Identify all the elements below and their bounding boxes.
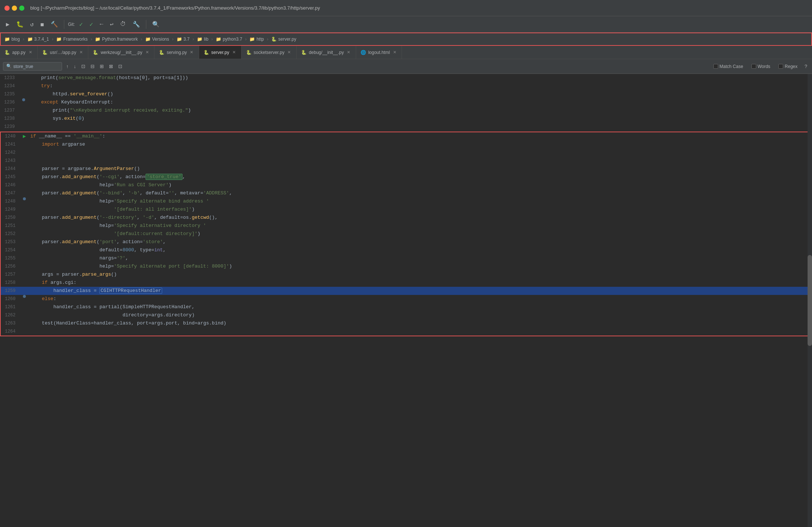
- breadcrumb-sep-2: ›: [51, 37, 54, 42]
- search-funnel-button[interactable]: ⊡: [116, 63, 124, 70]
- tab-logout-close[interactable]: ✕: [392, 50, 397, 55]
- tab-apppy-close[interactable]: ✕: [28, 50, 33, 55]
- words-label: Words: [758, 64, 770, 69]
- words-checkbox[interactable]: [751, 64, 756, 69]
- breadcrumb-root[interactable]: 📁 blog: [4, 37, 20, 42]
- gutter-1260: [20, 295, 29, 298]
- rerun-button[interactable]: ↺: [28, 19, 36, 30]
- code-line-1255: 1255 nargs='?',: [1, 254, 811, 262]
- line-content-1254: default=8000, type=int,: [29, 246, 166, 254]
- toolbar-separator-2: [146, 20, 146, 29]
- tab-socketserver[interactable]: 🐍 socketserver.py ✕: [242, 46, 297, 59]
- build-button[interactable]: 🔨: [48, 19, 60, 30]
- tab-debug-init-close[interactable]: ✕: [346, 50, 351, 55]
- traffic-lights[interactable]: [4, 6, 24, 11]
- tools-icon[interactable]: 🔧: [130, 19, 142, 30]
- tab-server[interactable]: 🐍 server.py ✕: [199, 46, 242, 59]
- breadcrumb-serverpy[interactable]: 🐍 server.py: [271, 37, 296, 42]
- tab-logout[interactable]: 🌐 logout.html ✕: [356, 46, 402, 59]
- git-arrow-left-icon[interactable]: ←: [98, 20, 106, 29]
- breadcrumb-37[interactable]: 📁 3.7: [177, 37, 190, 42]
- search-toolbar-icon[interactable]: 🔍: [150, 19, 162, 30]
- breadcrumb-http-label[interactable]: http: [256, 37, 264, 42]
- match-case-option[interactable]: Match Case: [710, 63, 746, 70]
- line-num-1242: 1242: [1, 149, 20, 157]
- breadcrumb-frameworks[interactable]: 📁 Frameworks: [56, 37, 88, 42]
- code-line-1254: 1254 default=8000, type=int,: [1, 246, 811, 254]
- tab-server-close[interactable]: ✕: [232, 50, 237, 55]
- git-green-check-icon[interactable]: ✓: [87, 19, 95, 30]
- tab-server-icon: 🐍: [204, 50, 209, 55]
- git-revert-icon[interactable]: ↩: [108, 19, 116, 30]
- tab-usr-apppy-close[interactable]: ✕: [78, 50, 83, 55]
- search-extra-button[interactable]: ⊠: [107, 63, 115, 70]
- search-options-button[interactable]: ⊞: [98, 63, 106, 70]
- tab-usr-apppy[interactable]: 🐍 usr/…/app.py ✕: [38, 46, 88, 59]
- tab-werkzeug-icon: 🐍: [93, 50, 98, 55]
- breadcrumb-version[interactable]: 📁 3.7.4_1: [27, 37, 49, 42]
- line-content-1256: help='Specify alternate port [default: 8…: [29, 262, 232, 271]
- run-button[interactable]: ▶: [4, 19, 12, 30]
- stop-button[interactable]: ◼: [38, 19, 46, 30]
- regex-option[interactable]: Regex: [775, 63, 801, 70]
- tab-werkzeug-close[interactable]: ✕: [144, 50, 150, 55]
- breadcrumb-http[interactable]: 📁 http: [249, 37, 264, 42]
- breadcrumb-versions-label[interactable]: Versions: [152, 37, 169, 42]
- breadcrumb-37-label[interactable]: 3.7: [184, 37, 190, 42]
- breadcrumb-lib-label[interactable]: lib: [204, 37, 208, 42]
- breadcrumb-pf-label[interactable]: Python.framework: [102, 37, 138, 42]
- close-button[interactable]: [4, 6, 10, 11]
- tab-socketserver-close[interactable]: ✕: [287, 50, 292, 55]
- search-filter-button[interactable]: ⊟: [89, 63, 96, 70]
- breadcrumb-lib[interactable]: 📁 lib: [197, 37, 208, 42]
- search-multiline-button[interactable]: ⊡: [79, 63, 87, 70]
- git-history-icon[interactable]: ⏱: [118, 19, 128, 29]
- scrollbar-track[interactable]: [808, 74, 812, 527]
- tab-werkzeug[interactable]: 🐍 werkzeug/__init__.py ✕: [88, 46, 154, 59]
- code-line-1256: 1256 help='Specify alternate port [defau…: [1, 262, 811, 271]
- minimize-button[interactable]: [12, 6, 17, 11]
- gutter-1248: [20, 197, 29, 200]
- line-num-1237: 1237: [0, 106, 19, 115]
- search-prev-button[interactable]: ↑: [64, 63, 71, 70]
- breadcrumb-blog[interactable]: blog: [11, 37, 20, 42]
- breadcrumb-python37[interactable]: 📁 python3.7: [216, 37, 242, 42]
- tab-apppy[interactable]: 🐍 app.py ✕: [0, 46, 38, 59]
- breadcrumb-serverpy-label[interactable]: server.py: [278, 37, 296, 42]
- code-line-1253: 1253 parser.add_argument('port', action=…: [1, 238, 811, 246]
- search-next-button[interactable]: ↓: [72, 63, 78, 70]
- match-case-checkbox[interactable]: [713, 64, 718, 69]
- code-line-1250: 1250 parser.add_argument('--directory', …: [1, 214, 811, 222]
- tab-serving[interactable]: 🐍 serving.py ✕: [154, 46, 199, 59]
- words-option[interactable]: Words: [748, 63, 773, 70]
- breadcrumb-python-framework[interactable]: 📁 Python.framework: [95, 37, 138, 42]
- tab-debug-init[interactable]: 🐍 debug/__init__.py ✕: [297, 46, 356, 59]
- line-content-1238: sys.exit(0): [28, 115, 84, 123]
- breadcrumb-3741[interactable]: 3.7.4_1: [34, 37, 49, 42]
- search-help-button[interactable]: ?: [803, 63, 809, 70]
- git-check-icon[interactable]: ✓: [77, 19, 85, 30]
- tab-serving-icon: 🐍: [159, 50, 164, 55]
- code-line-1236: 1236 except KeyboardInterrupt:: [0, 98, 812, 106]
- line-content-1263: test(HandlerClass=handler_class, port=ar…: [29, 319, 226, 327]
- breadcrumb-python37-label[interactable]: python3.7: [223, 37, 242, 42]
- breadcrumb-frameworks-label[interactable]: Frameworks: [63, 37, 88, 42]
- tab-serving-close[interactable]: ✕: [189, 50, 194, 55]
- code-line-1251: 1251 help='Specify alternative directory…: [1, 222, 811, 230]
- breadcrumb-sep-5: ›: [171, 37, 174, 42]
- code-line-1247: 1247 parser.add_argument('--bind', '-b',…: [1, 189, 811, 197]
- breadcrumb-bar: 📁 blog › 📁 3.7.4_1 › 📁 Frameworks › 📁 Py…: [0, 33, 812, 46]
- debug-button[interactable]: 🐛: [14, 19, 26, 30]
- regex-checkbox[interactable]: [778, 64, 783, 69]
- code-area[interactable]: 1233 print(serve_message.format(host=sa[…: [0, 74, 812, 527]
- code-line-1257: 1257 args = parser.parse_args(): [1, 271, 811, 279]
- scrollbar-thumb[interactable]: [808, 255, 812, 346]
- breadcrumb-versions[interactable]: 📁 Versions: [145, 37, 169, 42]
- line-num-1249: 1249: [1, 205, 20, 214]
- git-label: Git:: [68, 22, 75, 27]
- search-input[interactable]: [13, 64, 58, 69]
- breadcrumb-sep-6: ›: [192, 37, 195, 42]
- search-input-wrap[interactable]: 🔍: [3, 62, 62, 71]
- maximize-button[interactable]: [19, 6, 24, 11]
- code-line-1248: 1248 help='Specify alternate bind addres…: [1, 197, 811, 205]
